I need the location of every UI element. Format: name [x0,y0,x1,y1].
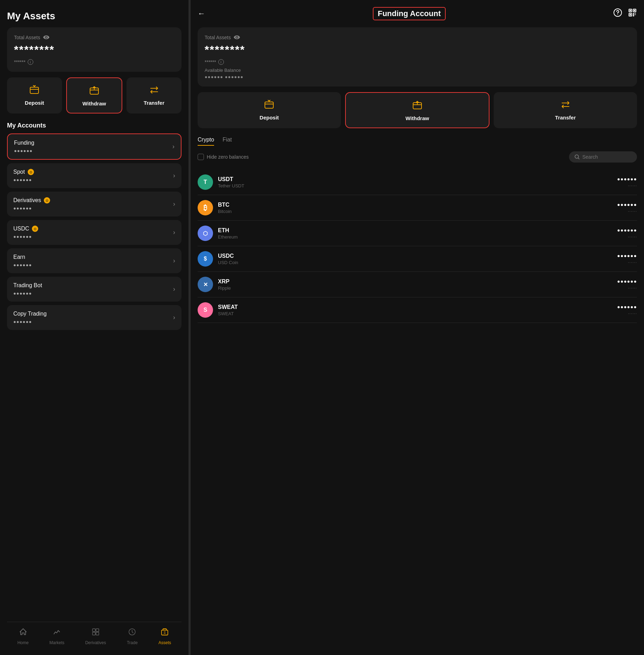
bottom-nav-left: Home Markets Derivatives [7,622,181,648]
eye-icon-left[interactable] [43,34,49,41]
arrow-icon-3: › [173,229,175,236]
crypto-balance-large-3: ●●●●●● [617,253,637,258]
crypto-item-btc[interactable]: ₿ BTC Bitcoin ●●●●●● ······ [198,195,637,221]
svg-rect-16 [265,102,273,108]
account-stars-4: ●●●●●● [13,262,32,268]
svg-rect-5 [96,632,99,635]
crypto-values-5: ●●●●●● ······ [617,304,637,316]
crypto-list: T USDT Tether USDT ●●●●●● ······ ₿ BTC B… [198,170,637,323]
withdraw-button-left[interactable]: Withdraw [66,77,123,113]
search-input[interactable] [582,154,631,160]
transfer-icon-right [559,98,572,111]
right-panel: ← Funding Account [191,0,644,655]
svg-rect-7 [162,630,168,635]
account-stars-0: ●●●●●● [14,148,34,153]
transfer-label-left: Transfer [144,100,164,106]
info-icon-right[interactable]: i [218,59,224,65]
assets-icon [160,628,169,638]
eye-icon-right[interactable] [234,34,240,41]
account-item-usdc[interactable]: USDC⊙ ●●●●●● › [7,220,181,245]
nav-home-label: Home [18,640,29,645]
svg-rect-13 [634,10,635,11]
withdraw-icon-right [411,99,424,112]
deposit-label-left: Deposit [25,100,44,106]
assets-card-left: Total Assets ******** ****** i [7,27,181,72]
account-item-spot[interactable]: Spot⊙ ●●●●●● › [7,163,181,188]
account-item-left-6: Copy Trading ●●●●●● [13,311,47,324]
crypto-fullname-4: Ripple [218,285,617,291]
account-stars-2: ●●●●●● [13,206,50,211]
crypto-logo-xrp: ✕ [198,277,213,292]
crypto-values-4: ●●●●●● ······ [617,278,637,290]
deposit-button-left[interactable]: Deposit [7,77,62,113]
page-title-right: Funding Account [373,7,446,20]
nav-assets[interactable]: Assets [158,628,171,645]
crypto-balance-small-3: ······ [628,260,637,265]
crypto-item-usdt[interactable]: T USDT Tether USDT ●●●●●● ······ [198,170,637,195]
nav-trade[interactable]: Trade [127,628,138,645]
nav-markets[interactable]: Markets [49,628,64,645]
account-item-copy-trading[interactable]: Copy Trading ●●●●●● › [7,305,181,330]
header-icons [613,8,637,19]
tab-fiat[interactable]: Fiat [222,137,232,146]
hide-zero-checkbox[interactable] [198,154,204,160]
home-icon [19,628,27,638]
crypto-item-eth[interactable]: ⬡ ETH Ethereum ●●●●●● ······ [198,221,637,246]
crypto-logo-usdc: $ [198,251,213,267]
account-item-left-0: Funding ●●●●●● [14,140,34,153]
crypto-fullname-3: USD Coin [218,260,617,265]
account-item-trading-bot[interactable]: Trading Bot ●●●●●● › [7,277,181,302]
tab-crypto[interactable]: Crypto [198,137,214,146]
info-icon-left[interactable]: i [28,59,33,65]
back-button[interactable]: ← [198,9,205,18]
arrow-icon-5: › [173,285,175,293]
svg-rect-2 [93,629,95,632]
account-name-5: Trading Bot [13,282,42,289]
crypto-symbol-3: USDC [218,253,617,259]
nav-trade-label: Trade [127,640,138,645]
arrow-icon-2: › [173,200,175,208]
deposit-label-right: Deposit [260,115,279,120]
hide-zero-label[interactable]: Hide zero balances [198,154,249,160]
total-assets-value-left: ******** [14,43,174,56]
deposit-button-right[interactable]: Deposit [198,92,341,128]
total-assets-small-right: ****** i [205,59,630,65]
left-panel: My Assets Total Assets ******** ****** i [0,0,189,655]
account-item-left-2: Derivatives⊙ ●●●●●● [13,197,50,211]
crypto-balance-large-1: ●●●●●● [617,202,637,207]
withdraw-button-right[interactable]: Withdraw [345,92,490,128]
svg-rect-15 [630,14,631,15]
crypto-item-xrp[interactable]: ✕ XRP Ripple ●●●●●● ······ [198,272,637,297]
right-header: ← Funding Account [198,7,637,20]
account-item-left-5: Trading Bot ●●●●●● [13,282,42,296]
crypto-symbol-5: SWEAT [218,304,617,310]
crypto-values-2: ●●●●●● ······ [617,227,637,239]
action-buttons-left: Deposit Withdraw Transfer [7,77,181,113]
transfer-button-left[interactable]: Transfer [126,77,181,113]
account-item-funding[interactable]: Funding ●●●●●● › [7,133,181,160]
crypto-balance-large-4: ●●●●●● [617,278,637,284]
help-button[interactable] [613,8,622,19]
svg-point-9 [617,14,618,15]
crypto-balance-small-2: ······ [628,234,637,239]
trade-icon [128,628,136,638]
account-item-derivatives[interactable]: Derivatives⊙ ●●●●●● › [7,192,181,216]
withdraw-icon-left [88,84,101,97]
arrow-icon-1: › [173,172,175,179]
available-balance-label: Available Balance [205,68,630,73]
account-item-earn[interactable]: Earn ●●●●●● › [7,248,181,273]
crypto-item-usdc[interactable]: $ USDC USD Coin ●●●●●● ······ [198,246,637,272]
crypto-balance-small-1: ······ [628,209,637,214]
nav-derivatives[interactable]: Derivatives [85,628,106,645]
crypto-values-3: ●●●●●● ······ [617,253,637,265]
arrow-icon-0: › [172,143,174,150]
crypto-item-sweat[interactable]: S SWEAT SWEAT ●●●●●● ······ [198,297,637,323]
qr-button[interactable] [628,8,637,19]
nav-assets-label: Assets [158,640,171,645]
deposit-icon-right [263,98,275,111]
crypto-balance-small-5: ······ [628,311,637,316]
transfer-button-right[interactable]: Transfer [494,92,637,128]
nav-home[interactable]: Home [18,628,29,645]
withdraw-label-left: Withdraw [82,101,106,106]
account-name-4: Earn [13,254,32,260]
